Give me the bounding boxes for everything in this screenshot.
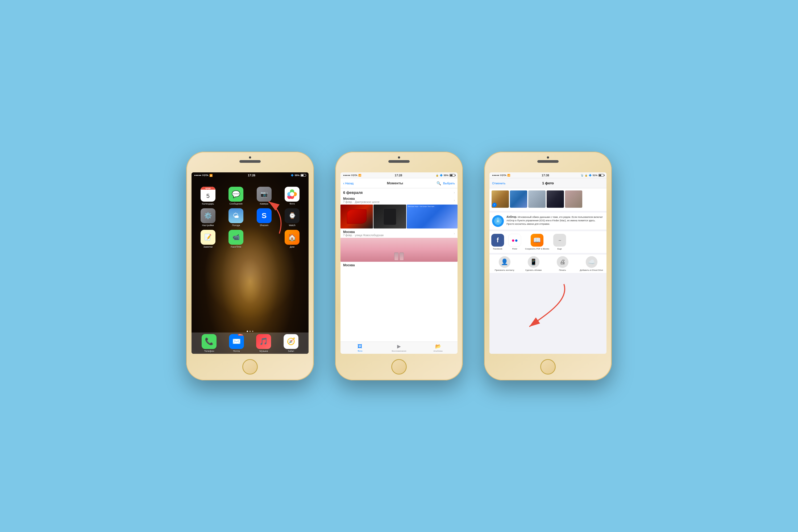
time-2: 17:28 — [395, 174, 402, 177]
select-button[interactable]: Выбрать — [443, 182, 455, 185]
app-calendar[interactable]: среда 5 Календарь — [195, 187, 221, 205]
print-icon: 🖨 — [557, 256, 568, 268]
page-dot-2 — [249, 331, 251, 332]
dock-safari[interactable]: 🧭 Safari — [284, 334, 299, 353]
app-photos[interactable]: Фото — [280, 187, 305, 205]
screen-1: ●●●●● YOTA 📶 17:26 🔷 55% среда — [191, 172, 308, 354]
app-settings[interactable]: ⚙️ Настройки — [195, 208, 221, 227]
speaker-3 — [537, 160, 558, 163]
share-app-facebook[interactable]: f Facebook — [491, 234, 504, 250]
battery-icon-1 — [301, 174, 306, 177]
app-settings-label: Настройки — [202, 224, 214, 227]
strip-photo-2[interactable] — [510, 190, 527, 208]
airdrop-desc-text: Мгновенный обмен данными с теми, кто ряд… — [507, 216, 603, 225]
action-contact[interactable]: 👤 Присвоить контакту — [491, 256, 518, 271]
date-chevron: › — [454, 191, 455, 194]
flickr-icon: ●● — [508, 234, 521, 247]
time-3: 17:38 — [542, 174, 549, 177]
airdrop-title: AirDrop. — [507, 215, 517, 218]
photo-text[interactable]: Некоторые люди — как пузыри. Пока горят.… — [407, 205, 457, 228]
app-grid: среда 5 Календарь 💬 Сообщения 📷 Камера — [191, 184, 308, 251]
app-home-label: Дом — [290, 246, 294, 248]
home-button-1[interactable] — [242, 359, 258, 375]
strip-photo-3[interactable] — [528, 190, 546, 208]
app-facetime-label: FaceTime — [231, 246, 241, 248]
app-weather-label: Погода — [232, 224, 240, 227]
action-print[interactable]: 🖨 Печать — [549, 256, 576, 271]
share-app-flickr[interactable]: ●● Flickr — [508, 234, 521, 250]
share-nav: Отменить 1 фото — [490, 178, 607, 188]
loc-chevron-1: › — [454, 198, 455, 202]
action-icloud[interactable]: ☁️ Добавить в iCloud Drive — [578, 256, 605, 271]
photos-tab-icon: 🖼 — [358, 344, 362, 349]
photo-speakers[interactable] — [341, 205, 373, 228]
speaker-1 — [240, 160, 261, 163]
dock-music[interactable]: 🎵 Музыка — [256, 334, 271, 353]
back-button[interactable]: ‹ Назад — [343, 181, 354, 185]
photo-strip: ✓ — [490, 188, 607, 211]
loc-chevron-2: › — [454, 232, 455, 235]
dock-phone-label: Телефон — [204, 350, 214, 353]
strip-photo-4[interactable] — [547, 190, 564, 208]
tab-albums[interactable]: 📂 Альбомы — [418, 342, 457, 354]
tab-photos-label: Фото — [358, 350, 362, 352]
app-camera[interactable]: 📷 Камера — [252, 187, 277, 205]
photos-moments-screen: ●●●●● YOTA 📶 17:28 🔒 🔷 55% ‹ Назад Момен… — [341, 172, 457, 354]
photos-nav: ‹ Назад Моменты 🔍 Выбрать — [341, 178, 457, 188]
app-watch[interactable]: ⌚ Watch — [280, 208, 305, 227]
app-photos-label: Фото — [289, 203, 295, 205]
battery-icon-3 — [598, 174, 604, 177]
iphone-2: ●●●●● YOTA 📶 17:28 🔒 🔷 55% ‹ Назад Момен… — [335, 152, 463, 380]
app-messages[interactable]: 💬 Сообщения — [224, 187, 249, 205]
page-dot-1 — [247, 331, 248, 332]
dock-mail-label: Почта — [233, 350, 240, 353]
strip-photo-5[interactable] — [565, 190, 582, 208]
photos-tab-bar: 🖼 Фото ▶ Воспоминания 📂 Альбомы — [341, 342, 457, 354]
status-right-2: 🔒 🔷 55% — [436, 174, 455, 177]
photo-row-1: Некоторые люди — как пузыри. Пока горят.… — [341, 205, 457, 228]
action-wallpaper[interactable]: 📱 Сделать обоями — [520, 256, 547, 271]
home-screen: ●●●●● YOTA 📶 17:26 🔷 55% среда — [191, 172, 308, 354]
battery-text-1: 55% — [295, 174, 300, 177]
share-app-ibooks[interactable]: 📖 Сохранить PDF в iBooks — [525, 234, 549, 250]
home-button-3[interactable] — [540, 359, 556, 375]
dock-mail[interactable]: ✉️ 25 340 Почта — [229, 334, 244, 353]
icloud-icon: ☁️ — [586, 256, 597, 268]
carrier-3: ●●●●● YOTA — [492, 174, 507, 177]
app-facetime[interactable]: 📹 FaceTime — [224, 230, 249, 248]
battery-text-3: 51% — [593, 174, 597, 177]
dock-phone[interactable]: 📞 Телефон — [202, 334, 216, 353]
search-icon-2[interactable]: 🔍 — [437, 181, 441, 185]
tab-memories-label: Воспоминания — [392, 350, 406, 352]
strip-photo-1[interactable]: ✓ — [492, 190, 509, 208]
app-notes[interactable]: 📝 Заметки — [195, 230, 221, 248]
home-button-2[interactable] — [391, 359, 407, 375]
tab-photos[interactable]: 🖼 Фото — [341, 342, 380, 354]
wallpaper-label: Сделать обоями — [525, 269, 542, 271]
time-1: 17:26 — [248, 174, 255, 177]
facebook-label: Facebook — [493, 248, 502, 250]
cancel-button[interactable]: Отменить — [492, 182, 506, 185]
bt-icon-1: 🔷 — [291, 174, 294, 177]
status-left-2: ●●●●● YOTA 📶 — [343, 174, 361, 177]
battery-fill-1 — [301, 174, 304, 176]
city-1: Москва — [343, 197, 380, 201]
contact-icon: 👤 — [499, 256, 510, 268]
dock: 📞 Телефон ✉️ 25 340 Почта 🎵 Музыка — [191, 332, 308, 354]
date-section: 6 февраля › — [341, 188, 457, 196]
ibooks-icon: 📖 — [531, 234, 544, 247]
photo-iphone-dark[interactable] — [374, 205, 406, 228]
albums-tab-icon: 📂 — [435, 343, 441, 349]
location-2-header: Москва 7 февр. · улица Новослободская › — [341, 229, 457, 238]
facebook-icon: f — [491, 234, 504, 247]
status-left-3: ●●●●● YOTA 📶 — [492, 174, 510, 177]
airdrop-section: AirDrop. Мгновенный обмен данными с теми… — [490, 212, 607, 230]
app-weather[interactable]: 🌤 Погода — [224, 208, 249, 227]
tab-memories[interactable]: ▶ Воспоминания — [380, 342, 419, 354]
app-home[interactable]: 🏠 Дом — [280, 230, 305, 248]
moments-content[interactable]: 6 февраля › Москва 7 февр. · Дмитровское… — [341, 188, 457, 343]
app-shazam[interactable]: S Shazam — [252, 208, 277, 227]
photo-pink-phones[interactable] — [341, 238, 457, 262]
ibooks-label: Сохранить PDF в iBooks — [525, 248, 549, 250]
share-app-more[interactable]: ··· Еще — [553, 234, 566, 250]
